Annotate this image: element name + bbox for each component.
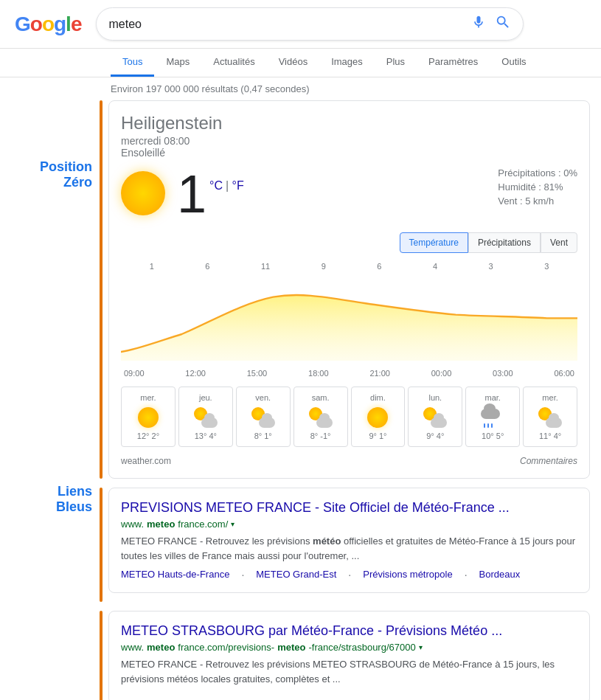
- tab-tous[interactable]: Tous: [111, 49, 154, 77]
- day-card-4[interactable]: dim. 9° 1°: [351, 387, 406, 447]
- result-2-url-prefix: www.: [121, 642, 144, 653]
- sitelink-2[interactable]: Prévisions métropole: [363, 569, 452, 581]
- time-labels: 09:00 12:00 15:00 18:00 21:00 00:00 03:0…: [121, 369, 577, 378]
- search-bar: [96, 7, 524, 41]
- day-temps-1: 13° 4°: [182, 432, 229, 440]
- result-1-sitelinks: METEO Hauts-de-France · METEO Grand-Est …: [121, 569, 577, 581]
- day-card-0[interactable]: mer. 12° 2°: [121, 387, 176, 447]
- result-1-wrapper: PREVISIONS METEO FRANCE - Site Officiel …: [100, 488, 590, 602]
- day-name-5: lun.: [411, 393, 459, 402]
- result-1-dropdown[interactable]: ▾: [231, 520, 235, 528]
- result-2-url-suffix: france.com/previsions-: [178, 642, 274, 653]
- time-1: 12:00: [185, 369, 206, 378]
- orange-bar-result2: [100, 611, 103, 700]
- result-1-url: www.meteofrance.com/ ▾: [121, 519, 577, 530]
- day-card-7[interactable]: mer. 11° 4°: [523, 387, 577, 447]
- tab-parametres[interactable]: Paramètres: [417, 49, 490, 77]
- day-icon-0: [125, 406, 172, 429]
- day-icon-1: [182, 406, 229, 429]
- day-temps-6: 10° 5°: [469, 432, 516, 440]
- chart-num-0: 1: [150, 262, 154, 271]
- page-wrapper: Google Tous Maps Actual: [0, 0, 601, 700]
- fahrenheit-link[interactable]: °F: [232, 179, 244, 192]
- sitelink-3[interactable]: Bordeaux: [479, 569, 521, 581]
- result-2-wrapper: METEO STRASBOURG par Météo-France - Prév…: [100, 611, 590, 700]
- header: Google: [0, 0, 601, 49]
- day-temps-7: 11° 4°: [527, 432, 574, 440]
- day-temps-2: 8° 1°: [240, 432, 287, 440]
- day-temps-0: 12° 2°: [125, 432, 172, 440]
- result-1-snippet: METEO FRANCE - Retrouvez les prévisions …: [121, 534, 577, 563]
- result-1-url-prefix: www.: [121, 519, 144, 530]
- wind-chart-btn[interactable]: Vent: [541, 232, 577, 253]
- weather-card: Heiligenstein mercredi 08:00 Ensoleillé …: [108, 100, 590, 479]
- day-name-0: mer.: [125, 393, 172, 402]
- humidity-stat: Humidité : 81%: [498, 181, 577, 193]
- liens-bleus-line2: Bleus: [56, 499, 92, 515]
- sun-icon: [121, 171, 165, 215]
- tab-videos[interactable]: Vidéos: [267, 49, 320, 77]
- day-icon-3: [297, 406, 344, 429]
- day-name-2: ven.: [240, 393, 287, 402]
- nav-tabs: Tous Maps Actualités Vidéos Images Plus …: [0, 49, 601, 77]
- orange-bar-weather: [100, 100, 103, 479]
- weather-condition: Ensoleillé: [121, 147, 577, 159]
- weather-main: 1 °C | °F Précipitations : 0% Humidité :…: [121, 167, 577, 221]
- result-2-snippet: METEO FRANCE - Retrouvez les prévisions …: [121, 657, 577, 686]
- result-1-url-bold: meteo: [147, 519, 175, 530]
- tab-images[interactable]: Images: [319, 49, 375, 77]
- content-area: Position Zéro Liens Bleus Heiligenstein …: [0, 100, 601, 700]
- tab-maps[interactable]: Maps: [154, 49, 201, 77]
- search-input[interactable]: [108, 18, 471, 31]
- temp-chart: [121, 272, 577, 363]
- sitelink-sep-0: ·: [241, 569, 244, 581]
- result-2-url-suffix2: -france/strasbourg/67000: [308, 642, 415, 653]
- chart-num-4: 6: [377, 262, 381, 271]
- result-2-title[interactable]: METEO STRASBOURG par Météo-France - Prév…: [121, 623, 577, 639]
- day-card-2[interactable]: ven. 8° 1°: [236, 387, 291, 447]
- chart-num-2: 11: [261, 262, 270, 271]
- search-button[interactable]: [495, 14, 511, 34]
- day-card-5[interactable]: lun. 9° 4°: [408, 387, 462, 447]
- day-temps-3: 8° -1°: [297, 432, 344, 440]
- time-6: 03:00: [493, 369, 513, 378]
- mic-icon[interactable]: [471, 15, 486, 33]
- temp-chart-btn[interactable]: Température: [400, 232, 468, 253]
- chart-num-1: 6: [205, 262, 209, 271]
- precipitation-stat: Précipitations : 0%: [498, 167, 577, 179]
- time-3: 18:00: [308, 369, 329, 378]
- day-icon-7: [527, 406, 574, 429]
- day-name-3: sam.: [297, 393, 344, 402]
- time-5: 00:00: [431, 369, 452, 378]
- tab-actualites[interactable]: Actualités: [201, 49, 266, 77]
- feedback-link[interactable]: Commentaires: [520, 456, 577, 466]
- search-result-2: METEO STRASBOURG par Météo-France - Prév…: [108, 611, 590, 700]
- sitelink-0[interactable]: METEO Hauts-de-France: [121, 569, 229, 581]
- chart-buttons: Température Précipitations Vent: [121, 232, 577, 253]
- day-name-7: mer.: [527, 393, 574, 402]
- day-card-6[interactable]: mar. 10° 5°: [465, 387, 520, 447]
- day-temps-5: 9° 4°: [411, 432, 459, 440]
- weather-stats: Précipitations : 0% Humidité : 81% Vent …: [498, 167, 577, 209]
- day-card-1[interactable]: jeu. 13° 4°: [178, 387, 233, 447]
- sitelink-sep-2: ·: [465, 569, 468, 581]
- tab-outils[interactable]: Outils: [490, 49, 538, 77]
- day-name-6: mar.: [469, 393, 516, 402]
- tab-plus[interactable]: Plus: [375, 49, 417, 77]
- result-2-dropdown[interactable]: ▾: [419, 643, 423, 651]
- precip-chart-btn[interactable]: Précipitations: [468, 232, 541, 253]
- search-icons: [471, 14, 511, 34]
- position-zero-wrapper: Heiligenstein mercredi 08:00 Ensoleillé …: [100, 100, 590, 479]
- day-icon-2: [240, 406, 287, 429]
- wind-stat: Vent : 5 km/h: [498, 195, 577, 207]
- sitelink-1[interactable]: METEO Grand-Est: [256, 569, 336, 581]
- chart-num-5: 4: [433, 262, 437, 271]
- celsius-link[interactable]: °C: [209, 179, 223, 192]
- day-name-1: jeu.: [182, 393, 229, 402]
- result-2-url-bold2: meteo: [277, 642, 305, 653]
- day-card-3[interactable]: sam. 8° -1°: [293, 387, 348, 447]
- time-2: 15:00: [247, 369, 268, 378]
- result-1-title[interactable]: PREVISIONS METEO FRANCE - Site Officiel …: [121, 500, 577, 516]
- result-2-url: www.meteofrance.com/previsions-meteo-fra…: [121, 642, 577, 653]
- day-icon-6: [469, 406, 516, 429]
